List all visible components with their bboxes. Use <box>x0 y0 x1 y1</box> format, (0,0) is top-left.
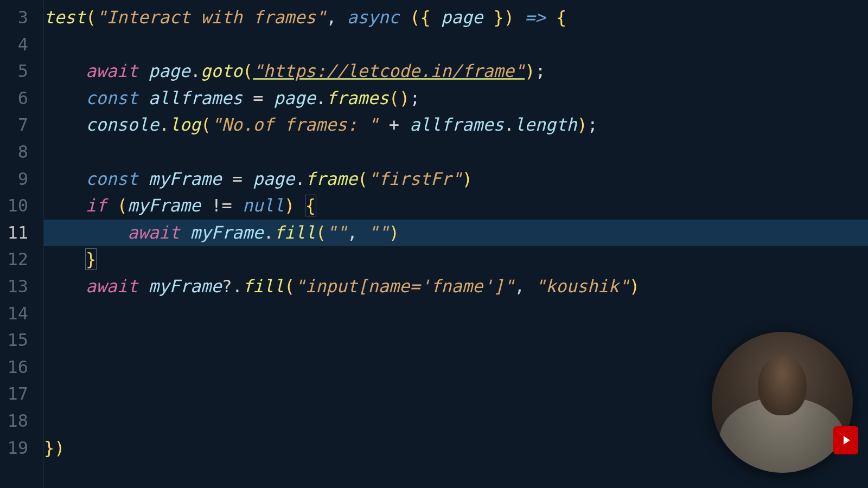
token-function: log <box>169 114 201 135</box>
presenter-webcam <box>712 332 853 473</box>
token-variable: myFrame <box>149 169 222 189</box>
token-object: page <box>274 88 316 108</box>
code-line[interactable]: if (myFrame != null) { <box>44 192 868 220</box>
line-number: 15 <box>0 327 28 354</box>
token-keyword: async <box>347 7 399 28</box>
token-dot: . <box>159 114 169 135</box>
token-keyword: if <box>86 195 107 216</box>
token-paren: ) <box>525 61 535 81</box>
token-string: "koushik" <box>535 276 629 297</box>
token-paren: ) <box>577 114 588 135</box>
token-comma: , <box>514 276 535 297</box>
line-number: 4 <box>0 31 28 59</box>
token-paren: ( <box>201 114 211 135</box>
line-number: 7 <box>0 112 28 139</box>
token-keyword: await <box>127 222 180 243</box>
token-paren: ( <box>284 276 295 297</box>
token-brace: { <box>556 7 566 28</box>
code-line-current[interactable]: await myFrame.fill("", "") <box>44 220 868 247</box>
token-null: null <box>242 195 284 216</box>
token-dot: . <box>295 169 305 189</box>
token-keyword: await <box>86 61 138 81</box>
token-keyword: const <box>86 169 138 189</box>
token-dot: . <box>316 88 326 108</box>
token-variable: page <box>441 7 483 28</box>
line-number-current: 11 <box>0 220 28 247</box>
token-function: test <box>44 7 86 28</box>
token-function: goto <box>201 61 242 81</box>
token-dot: . <box>264 222 274 243</box>
line-number: 6 <box>0 85 28 112</box>
token-paren: ( <box>86 7 96 28</box>
code-line[interactable]: const myFrame = page.frame("firstFr") <box>44 166 868 193</box>
code-line[interactable]: console.log("No.of frames: " + allframes… <box>44 112 868 139</box>
token-brace-open-matched: { <box>305 195 316 216</box>
token-object: page <box>149 61 190 81</box>
token-comma: , <box>326 7 347 28</box>
line-number: 14 <box>0 300 28 328</box>
subscribe-badge[interactable] <box>833 426 858 454</box>
token-paren: ) <box>629 276 640 297</box>
code-line-blank[interactable] <box>44 31 868 59</box>
token-string: "No.of frames: " <box>211 114 378 135</box>
token-variable: myFrame <box>149 276 222 297</box>
token-paren: ) <box>462 169 473 189</box>
token-comma: , <box>347 222 368 243</box>
token-semicolon: ; <box>410 88 420 108</box>
line-number-gutter: 3 4 5 6 7 8 9 10 11 12 13 14 15 16 17 18… <box>0 0 43 488</box>
token-object: console <box>86 114 159 135</box>
token-variable: allframes <box>149 88 242 108</box>
token-paren: ) <box>284 195 295 216</box>
token-property: length <box>514 114 577 135</box>
token-variable: myFrame <box>190 222 264 243</box>
code-line-blank[interactable] <box>44 300 868 328</box>
token-paren: ( <box>358 169 368 189</box>
token-semicolon: ; <box>588 114 598 135</box>
line-number: 12 <box>0 246 28 273</box>
code-line[interactable]: const allframes = page.frames(); <box>44 85 868 112</box>
token-brace: }) <box>44 438 65 458</box>
token-object: page <box>253 169 295 189</box>
token-paren: ( <box>117 195 127 216</box>
line-number: 10 <box>0 192 28 220</box>
line-number: 8 <box>0 139 28 166</box>
token-arrow: => <box>525 7 546 28</box>
token-function: fill <box>274 222 316 243</box>
line-number: 3 <box>0 4 28 31</box>
token-string: "" <box>368 222 389 243</box>
token-paren: () <box>389 88 410 108</box>
token-variable: myFrame <box>127 195 201 216</box>
token-string: "" <box>326 222 347 243</box>
token-keyword: const <box>86 88 138 108</box>
line-number: 17 <box>0 381 28 408</box>
line-number: 5 <box>0 58 28 85</box>
token-semicolon: ; <box>535 61 545 81</box>
token-function: fill <box>242 276 284 297</box>
code-line-blank[interactable] <box>44 139 868 166</box>
token-string: "input[name='fname']" <box>295 276 514 297</box>
token-brace-close-matched: } <box>85 248 97 270</box>
line-number: 16 <box>0 354 28 381</box>
token-variable: allframes <box>410 114 503 135</box>
token-string: "Interact with frames" <box>96 7 326 28</box>
token-function: frame <box>305 169 358 189</box>
code-line[interactable]: } <box>44 246 868 273</box>
token-paren: }) <box>483 7 514 28</box>
line-number: 19 <box>0 435 28 462</box>
code-line[interactable]: await page.goto("https://letcode.in/fram… <box>44 58 868 85</box>
code-line[interactable]: test("Interact with frames", async ({ pa… <box>44 4 868 31</box>
token-dot: . <box>190 61 201 81</box>
token-string: "firstFr" <box>368 169 462 189</box>
line-number: 13 <box>0 273 28 300</box>
token-function: frames <box>326 88 389 108</box>
token-operator: != <box>211 195 232 216</box>
token-paren: ( <box>242 61 253 81</box>
token-string-url: "https://letcode.in/frame" <box>253 61 525 81</box>
token-paren: ) <box>389 222 399 243</box>
token-paren: ({ <box>410 7 441 28</box>
token-keyword: await <box>86 276 138 297</box>
token-optional-chain: ?. <box>222 276 243 297</box>
token-paren: ( <box>316 222 326 243</box>
token-dot: . <box>504 114 514 135</box>
code-line[interactable]: await myFrame?.fill("input[name='fname']… <box>44 273 868 300</box>
